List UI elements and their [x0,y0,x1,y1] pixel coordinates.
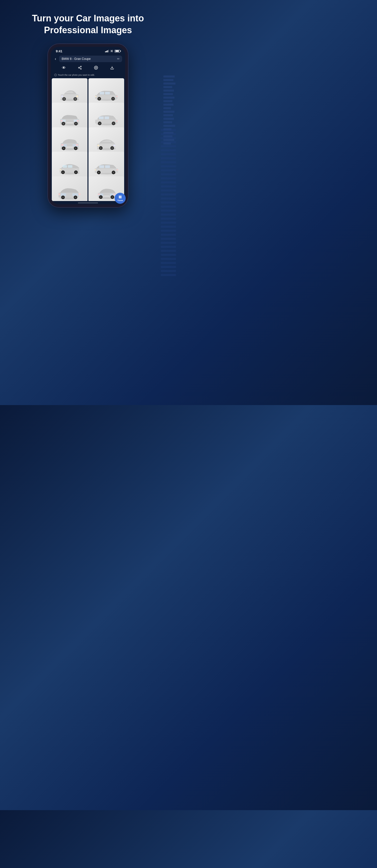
svg-rect-9 [61,96,63,97]
svg-rect-86 [60,169,61,170]
svg-point-26 [113,98,113,99]
home-indicator [51,201,125,204]
svg-rect-125 [121,195,122,197]
svg-point-121 [112,196,113,197]
photo-grid [51,77,125,201]
download-icon[interactable] [110,66,114,71]
svg-point-16 [75,99,76,100]
theme-button[interactable]: Theme [114,193,126,204]
svg-rect-97 [95,169,96,170]
svg-rect-10 [76,96,78,97]
edit-icon[interactable]: ✏ [117,57,119,61]
svg-rect-124 [119,195,120,197]
svg-rect-64 [61,144,63,146]
svg-rect-40 [61,120,63,121]
svg-point-93 [98,172,99,173]
battery-icon [114,50,120,53]
svg-point-96 [113,172,114,173]
svg-rect-27 [95,96,97,97]
svg-point-51 [113,123,114,124]
svg-rect-101 [61,193,66,196]
svg-rect-89 [99,165,104,168]
svg-rect-57 [66,147,73,148]
svg-rect-65 [76,144,78,146]
side-stripes-decoration [163,75,176,176]
status-time: 9:41 [56,49,62,53]
action-row: 👁 [51,64,125,73]
svg-point-72 [100,148,101,149]
svg-rect-78 [63,165,67,168]
svg-rect-52 [116,121,117,122]
svg-rect-19 [100,92,104,95]
svg-rect-115 [103,195,110,196]
svg-rect-33 [66,122,73,123]
back-button[interactable]: ‹ [54,56,57,62]
status-icons: ⌘ [105,50,120,53]
phone-notch [75,47,101,53]
info-icon: i [54,74,57,76]
car-visual-9 [52,176,88,201]
svg-point-36 [63,123,64,124]
page-headline: Turn your Car Images into Professional I… [0,0,176,44]
share-icon[interactable] [78,66,82,71]
svg-point-105 [63,197,64,198]
theme-button-label: Theme [117,199,123,201]
photo-cell-9[interactable] [52,176,88,201]
svg-point-75 [112,148,113,149]
svg-point-63 [75,148,76,149]
nav-title: BMW 8 - Gran Coupe [62,57,91,61]
svg-rect-122 [98,194,100,195]
svg-line-4 [79,67,81,67]
svg-point-39 [75,123,76,124]
svg-point-82 [63,172,64,173]
svg-point-108 [75,197,76,198]
info-text: Touch the car photo you want to edit. [58,74,95,76]
svg-line-3 [79,68,81,69]
home-bar [78,203,98,203]
svg-point-118 [100,196,101,197]
phone-frame: 9:41 ⌘ ‹ BMW 8 - Gran Coupe ✏ [48,44,128,207]
svg-point-1 [78,67,79,68]
svg-rect-90 [105,165,110,168]
svg-rect-28 [116,96,117,97]
svg-rect-68 [98,145,99,146]
svg-point-5 [96,67,97,68]
svg-rect-69 [113,145,115,146]
svg-point-0 [80,66,81,67]
svg-rect-44 [99,117,104,119]
svg-rect-41 [77,120,78,121]
svg-rect-123 [113,194,115,195]
svg-point-48 [99,123,100,124]
svg-rect-127 [121,197,122,198]
svg-point-60 [63,148,64,149]
svg-rect-126 [119,197,120,198]
svg-point-13 [64,99,65,100]
svg-rect-20 [105,92,110,95]
nav-title-bar: BMW 8 - Gran Coupe ✏ [59,56,122,62]
svg-rect-79 [68,165,72,168]
wifi-icon: ⌘ [110,50,113,53]
svg-point-2 [80,68,81,69]
svg-rect-110 [79,193,80,195]
svg-point-85 [75,172,76,173]
svg-rect-98 [116,169,118,170]
top-nav: ‹ BMW 8 - Gran Coupe ✏ [51,54,125,64]
svg-rect-109 [59,193,60,195]
svg-rect-45 [105,117,109,119]
info-line: i Touch the car photo you want to edit. [51,73,125,77]
theme-button-icon [118,195,122,199]
view-icon[interactable]: 👁 [62,66,66,71]
settings-icon[interactable] [94,66,98,71]
phone-screen: 9:41 ⌘ ‹ BMW 8 - Gran Coupe ✏ [51,47,125,204]
signal-bars-icon [105,50,109,52]
svg-point-23 [99,98,100,99]
